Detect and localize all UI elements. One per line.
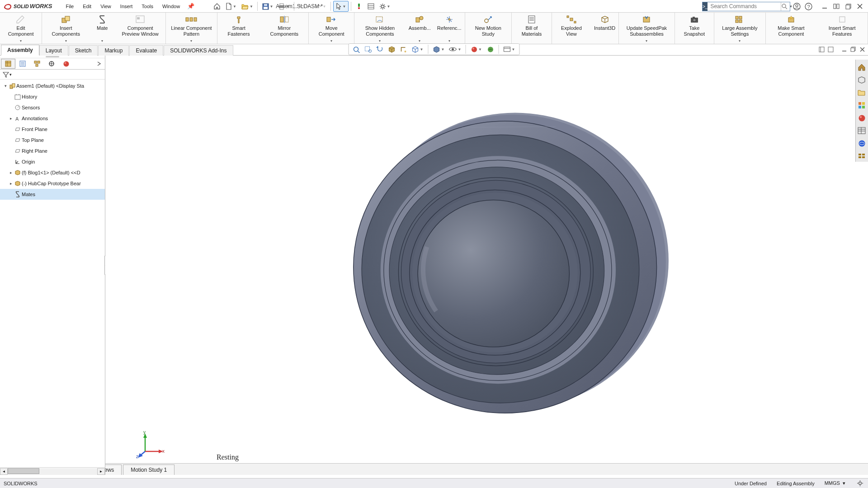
previous-view-icon[interactable]	[375, 45, 385, 54]
view-settings-icon[interactable]: ▼	[502, 45, 517, 54]
appearance-icon[interactable]: ▼	[469, 45, 484, 54]
mirror-components-button[interactable]: Mirror Components	[260, 13, 308, 44]
edit-component-button[interactable]: Edit Component▾	[0, 13, 42, 44]
assembly-features-button[interactable]: Assemb...▾	[406, 13, 434, 44]
menu-edit[interactable]: Edit	[79, 2, 95, 10]
help-icon[interactable]: ?	[803, 1, 814, 12]
graphics-viewport[interactable]: y x z Resting ⏮ ◄ ► ⏭ Model 3D Views Mot…	[105, 56, 868, 475]
search-input[interactable]	[708, 3, 781, 9]
status-settings-icon[interactable]	[855, 478, 864, 488]
component-preview-button[interactable]: Component Preview Window	[115, 13, 165, 44]
show-hidden-button[interactable]: Show Hidden Components▾	[354, 13, 405, 44]
doc-close-button[interactable]	[858, 45, 866, 53]
taskpane-appearances-icon[interactable]	[856, 112, 868, 124]
exploded-view-button[interactable]: Exploded View	[552, 13, 591, 44]
display-style-icon[interactable]: ▼	[432, 45, 446, 54]
smart-fasteners-button[interactable]: Smart Fasteners	[217, 13, 260, 44]
tab-assembly[interactable]: Assembly	[1, 45, 39, 56]
tree-item[interactable]: ▸AAnnotations	[0, 113, 105, 124]
configuration-manager-tab[interactable]	[30, 59, 44, 69]
save-button[interactable]: ▼	[260, 1, 275, 12]
manager-overflow-button[interactable]	[94, 59, 104, 69]
restore-button[interactable]	[843, 1, 854, 12]
settings-gear-button[interactable]: ▼	[377, 1, 392, 12]
view-orientation-icon[interactable]: ▼	[410, 45, 425, 54]
tree-item[interactable]: Front Plane	[0, 124, 105, 135]
dynamic-annotation-icon[interactable]	[399, 45, 409, 54]
zoom-area-icon[interactable]	[363, 45, 373, 54]
dimxpert-manager-tab[interactable]	[44, 59, 59, 69]
tree-filter[interactable]: ▾	[0, 70, 105, 80]
taskpane-file-explorer-icon[interactable]	[856, 87, 868, 99]
tree-item[interactable]: Right Plane	[0, 145, 105, 156]
scene-icon[interactable]	[486, 45, 495, 54]
menu-file[interactable]: File	[62, 2, 77, 10]
expand-feature-tree-icon[interactable]	[817, 45, 826, 53]
tree-root[interactable]: ▾Assem1 (Default) <Display Sta	[0, 80, 105, 91]
undo-button[interactable]: ▼	[297, 1, 312, 12]
property-manager-tab[interactable]	[15, 59, 30, 69]
linear-pattern-button[interactable]: Linear Component Pattern▾	[166, 13, 217, 44]
taskpane-home-icon[interactable]	[856, 61, 868, 73]
tile-button[interactable]	[831, 1, 842, 12]
view-triad[interactable]: y x z	[137, 430, 164, 457]
motion-study-button[interactable]: New Motion Study	[465, 13, 511, 44]
menu-view[interactable]: View	[97, 2, 115, 10]
scroll-thumb[interactable]	[8, 468, 39, 474]
instant3d-button[interactable]: Instant3D	[591, 13, 618, 44]
menu-window[interactable]: Window	[159, 2, 184, 10]
status-units[interactable]: MMGS ▾	[825, 480, 845, 486]
make-smart-component-button[interactable]: Make Smart Component	[766, 13, 817, 44]
new-document-button[interactable]: ▼	[223, 1, 239, 12]
tree-item[interactable]: History	[0, 91, 105, 102]
menu-insert[interactable]: Insert	[117, 2, 137, 10]
tab-evaluate[interactable]: Evaluate	[129, 45, 163, 56]
collapse-feature-tree-icon[interactable]	[826, 45, 835, 53]
tab-sketch[interactable]: Sketch	[69, 45, 98, 56]
pin-icon[interactable]: 📌	[187, 3, 194, 9]
insert-smart-features-button[interactable]: Insert Smart Features	[816, 13, 868, 44]
home-icon[interactable]	[212, 1, 222, 12]
snapshot-button[interactable]: Take Snapshot	[675, 13, 714, 44]
tab-addins[interactable]: SOLIDWORKS Add-Ins	[164, 45, 233, 56]
feature-tree[interactable]: ▾Assem1 (Default) <Display Sta History S…	[0, 80, 105, 467]
select-cursor-button[interactable]: ▼	[333, 1, 349, 12]
scroll-right-button[interactable]: ►	[97, 468, 105, 475]
tree-item-mates[interactable]: Mates	[0, 189, 105, 200]
rebuild-button[interactable]	[354, 1, 364, 12]
print-button[interactable]: ▼	[276, 1, 292, 12]
tree-item[interactable]: ▸(f) Blog1<1> (Default) <<D	[0, 167, 105, 178]
insert-components-button[interactable]: Insert Components▾	[42, 13, 90, 44]
large-assembly-button[interactable]: Large Assembly Settings▾	[714, 13, 765, 44]
taskpane-more-icon[interactable]	[856, 150, 868, 162]
scroll-track[interactable]	[8, 468, 97, 475]
taskpane-design-library-icon[interactable]	[856, 74, 868, 86]
taskpane-view-palette-icon[interactable]	[856, 99, 868, 111]
reference-geometry-button[interactable]: Referenc...▾	[434, 13, 465, 44]
options-list-button[interactable]	[365, 1, 376, 12]
bottom-tab-motion[interactable]: Motion Study 1	[123, 465, 175, 475]
scroll-left-button[interactable]: ◄	[0, 468, 8, 475]
tree-hscrollbar[interactable]: ◄ ►	[0, 467, 105, 475]
user-account-icon[interactable]	[791, 1, 802, 12]
hide-show-icon[interactable]: ▼	[448, 45, 462, 54]
tab-markup[interactable]: Markup	[98, 45, 129, 56]
bom-button[interactable]: Bill of Materials	[512, 13, 552, 44]
menu-tools[interactable]: Tools	[138, 2, 157, 10]
doc-minimize-button[interactable]	[840, 45, 848, 53]
speedpak-button[interactable]: Update SpeedPak Subassemblies▾	[619, 13, 674, 44]
section-view-icon[interactable]	[387, 45, 397, 54]
close-button[interactable]	[854, 1, 865, 12]
bottom-tab-3dviews[interactable]: 3D Views	[105, 465, 122, 475]
tree-item[interactable]: Origin	[0, 156, 105, 167]
redo-button[interactable]: ▼	[313, 1, 328, 12]
mate-button[interactable]: Mate▾	[90, 13, 115, 44]
taskpane-custom-properties-icon[interactable]	[856, 125, 868, 136]
taskpane-forum-icon[interactable]	[856, 137, 868, 149]
move-component-button[interactable]: Move Component▾	[309, 13, 354, 44]
command-search[interactable]: >_ ▼	[702, 2, 790, 11]
tree-item[interactable]: Sensors	[0, 102, 105, 113]
open-document-button[interactable]: ▼	[240, 1, 255, 12]
doc-restore-button[interactable]	[849, 45, 857, 53]
tree-item[interactable]: ▸(-) HubCap Prototype Bear	[0, 178, 105, 189]
